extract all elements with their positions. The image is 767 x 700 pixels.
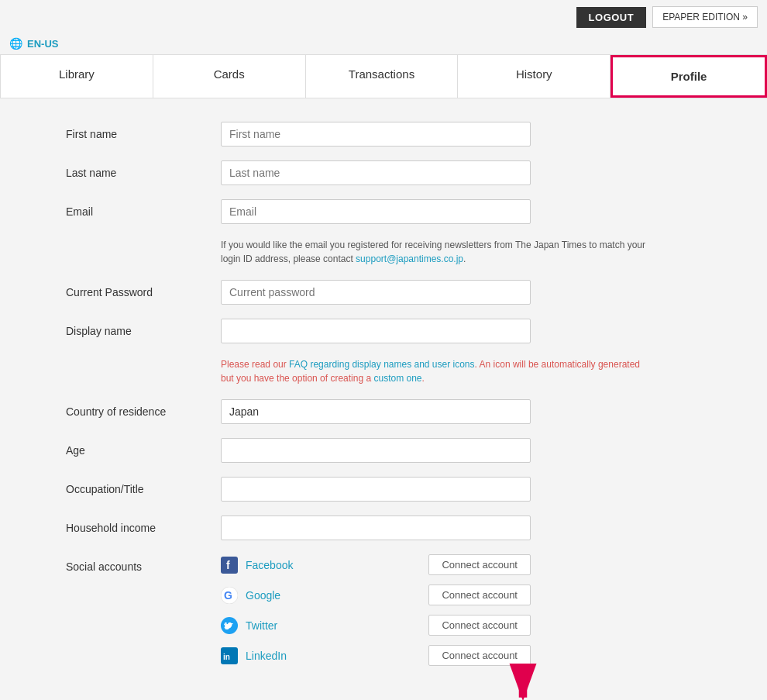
country-label: Country of residence [66,399,221,418]
display-name-info-suffix: . [422,373,425,384]
last-name-label: Last name [66,160,221,179]
social-accounts-row: Social accounts f Facebook Connect accou… [66,554,701,675]
profile-form: First name Last name Email If you would … [50,122,717,700]
current-password-field [221,280,701,305]
country-field [221,399,701,424]
twitter-label[interactable]: Twitter [246,619,277,632]
google-row: G Google Connect account [221,584,531,605]
twitter-connect-button[interactable]: Connect account [428,615,531,636]
twitter-row: 𝕥 Twitter Connect account [221,615,531,636]
email-contact-link[interactable]: support@japantimes.co.jp [356,253,463,264]
language-bar: 🌐 EN-US [0,34,767,54]
custom-one-link[interactable]: custom one [373,373,421,384]
display-name-row: Display name [66,319,701,343]
age-input[interactable] [221,438,531,463]
svg-rect-9 [519,664,528,698]
linkedin-connect-button[interactable]: Connect account [428,645,531,666]
household-income-label: Household income [66,516,221,534]
current-password-label: Current Password [66,280,221,298]
linkedin-name-area: in LinkedIn [221,647,314,664]
email-input[interactable] [221,199,531,224]
facebook-connect-button[interactable]: Connect account [428,554,531,575]
display-name-info-area: Please read our FAQ regarding display na… [221,357,701,385]
first-name-label: First name [66,122,221,140]
email-label: Email [66,199,221,218]
occupation-field [221,477,701,502]
tab-transactions[interactable]: Transactions [306,55,459,98]
tab-cards[interactable]: Cards [153,55,306,98]
svg-text:f: f [226,559,230,571]
linkedin-icon: in [221,647,238,664]
household-income-field [221,516,701,540]
display-name-label: Display name [66,319,221,337]
nav-tabs: Library Cards Transactions History Profi… [0,54,767,98]
svg-text:in: in [223,653,230,661]
twitter-icon: 𝕥 [221,617,238,634]
twitter-name-area: 𝕥 Twitter [221,617,314,634]
last-name-field [221,160,701,185]
tab-profile[interactable]: Profile [611,55,767,98]
facebook-icon: f [221,557,238,574]
svg-text:G: G [224,589,232,602]
occupation-input[interactable] [221,477,531,502]
email-row: Email [66,199,701,224]
email-info-suffix: . [463,253,466,264]
email-info-area: If you would like the email you register… [221,238,701,266]
household-income-input[interactable] [221,516,531,540]
facebook-row: f Facebook Connect account [221,554,531,575]
display-name-input[interactable] [221,319,531,343]
country-input[interactable] [221,399,531,424]
tab-library[interactable]: Library [0,55,153,98]
occupation-row: Occupation/Title [66,477,701,502]
email-field [221,199,701,224]
social-accounts-field: f Facebook Connect account G Go [221,554,701,675]
age-field [221,438,701,463]
tab-history[interactable]: History [458,55,611,98]
current-password-row: Current Password [66,280,701,305]
google-name-area: G Google [221,587,314,604]
social-accounts-label: Social accounts [66,554,221,573]
top-bar: LOGOUT EPAPER EDITION » [0,0,767,34]
occupation-label: Occupation/Title [66,477,221,495]
last-name-input[interactable] [221,160,531,185]
arrow-icon [500,664,546,700]
household-income-row: Household income [66,516,701,540]
google-label[interactable]: Google [246,589,280,602]
epaper-button[interactable]: EPAPER EDITION » [652,6,758,28]
logout-button[interactable]: LOGOUT [576,7,647,28]
display-name-info-text: Please read our FAQ regarding display na… [221,357,655,385]
language-label[interactable]: EN-US [27,38,58,50]
age-label: Age [66,438,221,457]
first-name-row: First name [66,122,701,147]
facebook-name-area: f Facebook [221,557,314,574]
arrow-container [500,664,546,700]
globe-icon: 🌐 [9,37,22,50]
last-name-row: Last name [66,160,701,185]
faq-link[interactable]: FAQ regarding display names and user ico… [289,359,474,370]
linkedin-label[interactable]: LinkedIn [246,650,287,662]
email-info-text: If you would like the email you register… [221,238,655,266]
first-name-field [221,122,701,147]
country-row: Country of residence [66,399,701,424]
google-icon: G [221,587,238,604]
first-name-input[interactable] [221,122,531,147]
current-password-input[interactable] [221,280,531,305]
display-name-info-pre: Please read our [221,359,289,370]
linkedin-row: in LinkedIn Connect account [221,645,531,666]
facebook-label[interactable]: Facebook [246,559,293,571]
display-name-field [221,319,701,343]
google-connect-button[interactable]: Connect account [428,584,531,605]
age-row: Age [66,438,701,463]
